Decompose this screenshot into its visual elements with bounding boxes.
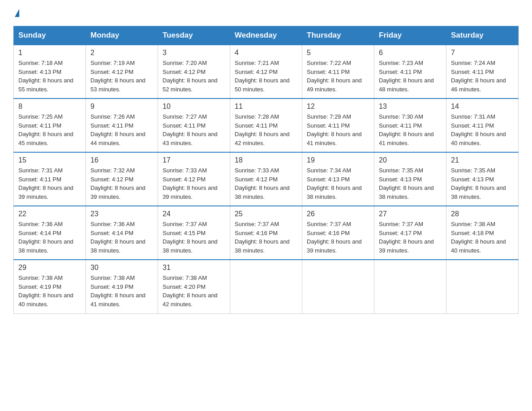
day-info: Sunrise: 7:28 AMSunset: 4:11 PMDaylight:… <box>235 112 297 147</box>
day-info: Sunrise: 7:36 AMSunset: 4:14 PMDaylight:… <box>90 220 153 255</box>
calendar-week-1: 1Sunrise: 7:18 AMSunset: 4:13 PMDaylight… <box>14 45 519 98</box>
calendar-cell: 6Sunrise: 7:23 AMSunset: 4:11 PMDaylight… <box>374 45 446 98</box>
calendar-cell: 22Sunrise: 7:36 AMSunset: 4:14 PMDayligh… <box>14 206 86 260</box>
calendar-header-saturday: Saturday <box>446 26 519 45</box>
logo-triangle-icon <box>15 9 19 17</box>
day-number: 1 <box>18 49 81 57</box>
calendar-header-thursday: Thursday <box>302 26 374 45</box>
calendar-cell: 30Sunrise: 7:38 AMSunset: 4:19 PMDayligh… <box>86 260 158 313</box>
day-number: 29 <box>18 264 81 272</box>
day-info: Sunrise: 7:37 AMSunset: 4:15 PMDaylight:… <box>163 220 225 255</box>
calendar-cell: 8Sunrise: 7:25 AMSunset: 4:11 PMDaylight… <box>14 98 86 152</box>
day-info: Sunrise: 7:38 AMSunset: 4:18 PMDaylight:… <box>451 220 514 255</box>
day-number: 11 <box>235 103 297 111</box>
day-info: Sunrise: 7:31 AMSunset: 4:11 PMDaylight:… <box>451 112 514 147</box>
calendar-header-monday: Monday <box>86 26 158 45</box>
day-number: 16 <box>90 156 153 164</box>
calendar-cell: 19Sunrise: 7:34 AMSunset: 4:13 PMDayligh… <box>302 152 374 206</box>
day-info: Sunrise: 7:31 AMSunset: 4:11 PMDaylight:… <box>18 166 81 201</box>
calendar-header-sunday: Sunday <box>14 26 86 45</box>
day-number: 17 <box>163 156 225 164</box>
day-number: 13 <box>379 103 442 111</box>
day-number: 2 <box>90 49 153 57</box>
calendar-cell: 16Sunrise: 7:32 AMSunset: 4:12 PMDayligh… <box>86 152 158 206</box>
day-info: Sunrise: 7:34 AMSunset: 4:13 PMDaylight:… <box>307 166 369 201</box>
calendar-week-3: 15Sunrise: 7:31 AMSunset: 4:11 PMDayligh… <box>14 152 519 206</box>
calendar-cell: 23Sunrise: 7:36 AMSunset: 4:14 PMDayligh… <box>86 206 158 260</box>
calendar-cell <box>446 260 519 313</box>
day-info: Sunrise: 7:38 AMSunset: 4:20 PMDaylight:… <box>163 274 225 308</box>
calendar-cell: 3Sunrise: 7:20 AMSunset: 4:12 PMDaylight… <box>158 45 230 98</box>
calendar-cell: 5Sunrise: 7:22 AMSunset: 4:11 PMDaylight… <box>302 45 374 98</box>
day-number: 14 <box>451 103 514 111</box>
day-number: 20 <box>379 156 442 164</box>
day-info: Sunrise: 7:35 AMSunset: 4:13 PMDaylight:… <box>451 166 514 201</box>
day-info: Sunrise: 7:35 AMSunset: 4:13 PMDaylight:… <box>379 166 442 201</box>
day-info: Sunrise: 7:22 AMSunset: 4:11 PMDaylight:… <box>307 59 369 94</box>
calendar-cell <box>374 260 446 313</box>
day-number: 23 <box>90 210 153 218</box>
day-number: 22 <box>18 210 81 218</box>
calendar-cell: 15Sunrise: 7:31 AMSunset: 4:11 PMDayligh… <box>14 152 86 206</box>
calendar-cell: 27Sunrise: 7:37 AMSunset: 4:17 PMDayligh… <box>374 206 446 260</box>
day-info: Sunrise: 7:33 AMSunset: 4:12 PMDaylight:… <box>163 166 225 201</box>
calendar-cell: 12Sunrise: 7:29 AMSunset: 4:11 PMDayligh… <box>302 98 374 152</box>
day-number: 27 <box>379 210 442 218</box>
day-info: Sunrise: 7:30 AMSunset: 4:11 PMDaylight:… <box>379 112 442 147</box>
calendar-cell: 17Sunrise: 7:33 AMSunset: 4:12 PMDayligh… <box>158 152 230 206</box>
calendar-cell: 9Sunrise: 7:26 AMSunset: 4:11 PMDaylight… <box>86 98 158 152</box>
day-info: Sunrise: 7:20 AMSunset: 4:12 PMDaylight:… <box>163 59 225 94</box>
calendar-header-friday: Friday <box>374 26 446 45</box>
day-number: 9 <box>90 103 153 111</box>
calendar-cell: 11Sunrise: 7:28 AMSunset: 4:11 PMDayligh… <box>230 98 302 152</box>
calendar-header-wednesday: Wednesday <box>230 26 302 45</box>
day-number: 6 <box>379 49 442 57</box>
day-number: 4 <box>235 49 297 57</box>
day-number: 21 <box>451 156 514 164</box>
day-info: Sunrise: 7:18 AMSunset: 4:13 PMDaylight:… <box>18 59 81 94</box>
calendar-cell: 4Sunrise: 7:21 AMSunset: 4:12 PMDaylight… <box>230 45 302 98</box>
calendar-cell <box>302 260 374 313</box>
calendar-cell: 10Sunrise: 7:27 AMSunset: 4:11 PMDayligh… <box>158 98 230 152</box>
day-number: 10 <box>163 103 225 111</box>
calendar-cell <box>230 260 302 313</box>
calendar-cell: 29Sunrise: 7:38 AMSunset: 4:19 PMDayligh… <box>14 260 86 313</box>
day-info: Sunrise: 7:27 AMSunset: 4:11 PMDaylight:… <box>163 112 225 147</box>
day-number: 12 <box>307 103 369 111</box>
calendar-header-row: SundayMondayTuesdayWednesdayThursdayFrid… <box>14 26 519 45</box>
day-info: Sunrise: 7:37 AMSunset: 4:16 PMDaylight:… <box>235 220 297 255</box>
calendar-cell: 28Sunrise: 7:38 AMSunset: 4:18 PMDayligh… <box>446 206 519 260</box>
day-number: 30 <box>90 264 153 272</box>
calendar-cell: 21Sunrise: 7:35 AMSunset: 4:13 PMDayligh… <box>446 152 519 206</box>
day-number: 7 <box>451 49 514 57</box>
day-info: Sunrise: 7:38 AMSunset: 4:19 PMDaylight:… <box>18 274 81 308</box>
calendar-week-2: 8Sunrise: 7:25 AMSunset: 4:11 PMDaylight… <box>14 98 519 152</box>
day-info: Sunrise: 7:32 AMSunset: 4:12 PMDaylight:… <box>90 166 153 201</box>
day-info: Sunrise: 7:37 AMSunset: 4:16 PMDaylight:… <box>307 220 369 255</box>
calendar-header-tuesday: Tuesday <box>158 26 230 45</box>
calendar-cell: 20Sunrise: 7:35 AMSunset: 4:13 PMDayligh… <box>374 152 446 206</box>
day-info: Sunrise: 7:37 AMSunset: 4:17 PMDaylight:… <box>379 220 442 255</box>
day-number: 5 <box>307 49 369 57</box>
day-number: 19 <box>307 156 369 164</box>
day-info: Sunrise: 7:24 AMSunset: 4:11 PMDaylight:… <box>451 59 514 94</box>
calendar-week-4: 22Sunrise: 7:36 AMSunset: 4:14 PMDayligh… <box>14 206 519 260</box>
day-info: Sunrise: 7:19 AMSunset: 4:12 PMDaylight:… <box>90 59 153 94</box>
calendar-cell: 7Sunrise: 7:24 AMSunset: 4:11 PMDaylight… <box>446 45 519 98</box>
day-info: Sunrise: 7:38 AMSunset: 4:19 PMDaylight:… <box>90 274 153 308</box>
calendar-cell: 14Sunrise: 7:31 AMSunset: 4:11 PMDayligh… <box>446 98 519 152</box>
calendar-cell: 2Sunrise: 7:19 AMSunset: 4:12 PMDaylight… <box>86 45 158 98</box>
calendar-cell: 31Sunrise: 7:38 AMSunset: 4:20 PMDayligh… <box>158 260 230 313</box>
day-number: 26 <box>307 210 369 218</box>
calendar-table: SundayMondayTuesdayWednesdayThursdayFrid… <box>13 26 519 314</box>
day-info: Sunrise: 7:36 AMSunset: 4:14 PMDaylight:… <box>18 220 81 255</box>
day-number: 8 <box>18 103 81 111</box>
page-header <box>13 9 519 17</box>
calendar-cell: 18Sunrise: 7:33 AMSunset: 4:12 PMDayligh… <box>230 152 302 206</box>
day-number: 25 <box>235 210 297 218</box>
day-number: 3 <box>163 49 225 57</box>
day-number: 15 <box>18 156 81 164</box>
calendar-cell: 25Sunrise: 7:37 AMSunset: 4:16 PMDayligh… <box>230 206 302 260</box>
day-number: 31 <box>163 264 225 272</box>
day-info: Sunrise: 7:26 AMSunset: 4:11 PMDaylight:… <box>90 112 153 147</box>
